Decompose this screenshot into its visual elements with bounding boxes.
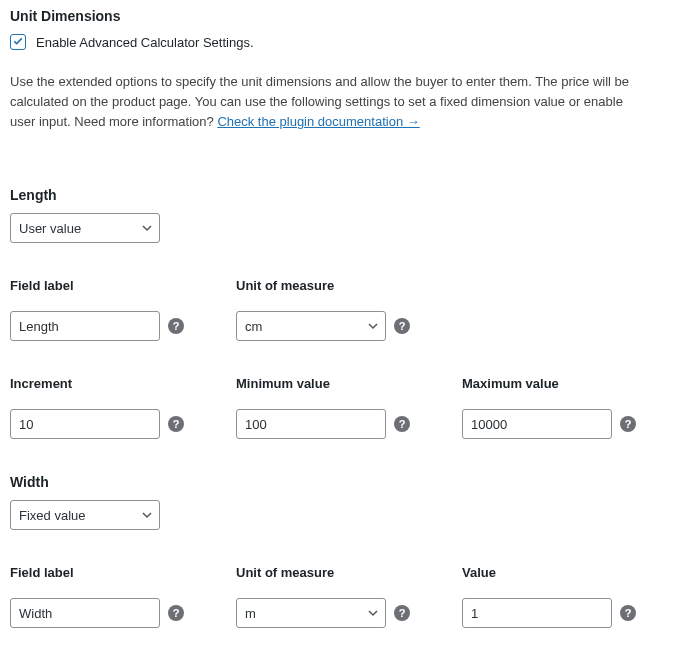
help-icon[interactable]: ?: [168, 416, 184, 432]
length-type-select-wrap: User value: [10, 213, 160, 243]
length-minimum-heading: Minimum value: [236, 376, 410, 391]
help-icon[interactable]: ?: [620, 416, 636, 432]
enable-advanced-label: Enable Advanced Calculator Settings.: [36, 35, 254, 50]
help-icon[interactable]: ?: [394, 605, 410, 621]
length-field-label-heading: Field label: [10, 278, 184, 293]
length-minimum-input[interactable]: [236, 409, 386, 439]
width-value-heading: Value: [462, 565, 636, 580]
length-unit-select[interactable]: cm: [236, 311, 386, 341]
length-header: Length: [10, 187, 667, 203]
length-unit-select-wrap: cm: [236, 311, 386, 341]
width-unit-select[interactable]: m: [236, 598, 386, 628]
length-increment-input[interactable]: [10, 409, 160, 439]
length-type-select[interactable]: User value: [10, 213, 160, 243]
width-type-select-wrap: Fixed value: [10, 500, 160, 530]
width-unit-heading: Unit of measure: [236, 565, 410, 580]
width-field-label-input[interactable]: [10, 598, 160, 628]
check-icon: [12, 35, 24, 50]
enable-advanced-checkbox-row: Enable Advanced Calculator Settings.: [10, 34, 667, 50]
width-unit-select-wrap: m: [236, 598, 386, 628]
width-value-input[interactable]: [462, 598, 612, 628]
width-field-label-heading: Field label: [10, 565, 184, 580]
help-icon[interactable]: ?: [620, 605, 636, 621]
help-icon[interactable]: ?: [394, 318, 410, 334]
description-text: Use the extended options to specify the …: [10, 72, 650, 132]
help-icon[interactable]: ?: [394, 416, 410, 432]
documentation-link[interactable]: Check the plugin documentation →: [217, 114, 419, 129]
width-header: Width: [10, 474, 667, 490]
length-maximum-heading: Maximum value: [462, 376, 636, 391]
help-icon[interactable]: ?: [168, 605, 184, 621]
page-title: Unit Dimensions: [10, 8, 667, 24]
length-increment-heading: Increment: [10, 376, 184, 391]
length-field-label-input[interactable]: [10, 311, 160, 341]
enable-advanced-checkbox[interactable]: [10, 34, 26, 50]
length-unit-heading: Unit of measure: [236, 278, 410, 293]
width-type-select[interactable]: Fixed value: [10, 500, 160, 530]
help-icon[interactable]: ?: [168, 318, 184, 334]
length-maximum-input[interactable]: [462, 409, 612, 439]
